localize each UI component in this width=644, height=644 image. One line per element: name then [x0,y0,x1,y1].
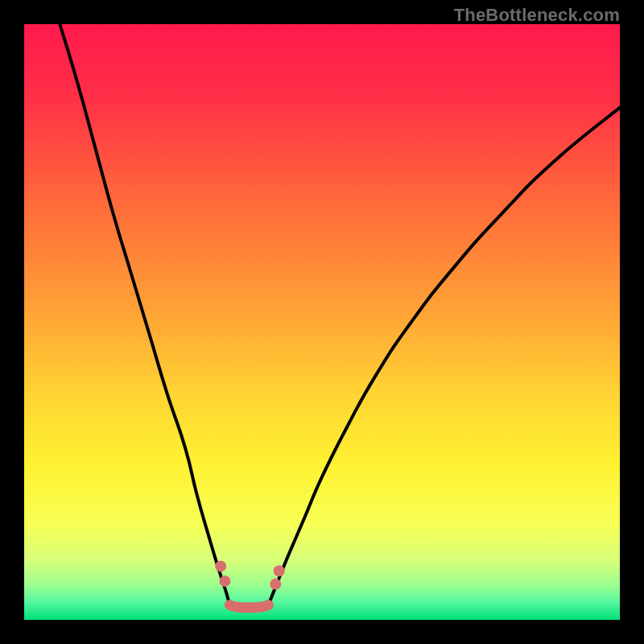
plot-area [24,24,620,620]
bottleneck-curve [24,24,620,620]
marker-dot-0 [215,560,226,572]
marker-dot-1 [219,576,230,587]
watermark: TheBottleneck.com [454,5,620,26]
curve-left-branch [60,24,229,605]
marker-dot-3 [274,565,285,576]
marker-dot-2 [270,579,281,590]
curve-bottom-bridge [229,605,268,608]
chart-frame: TheBottleneck.com [0,0,644,644]
curve-right-branch [268,108,620,605]
